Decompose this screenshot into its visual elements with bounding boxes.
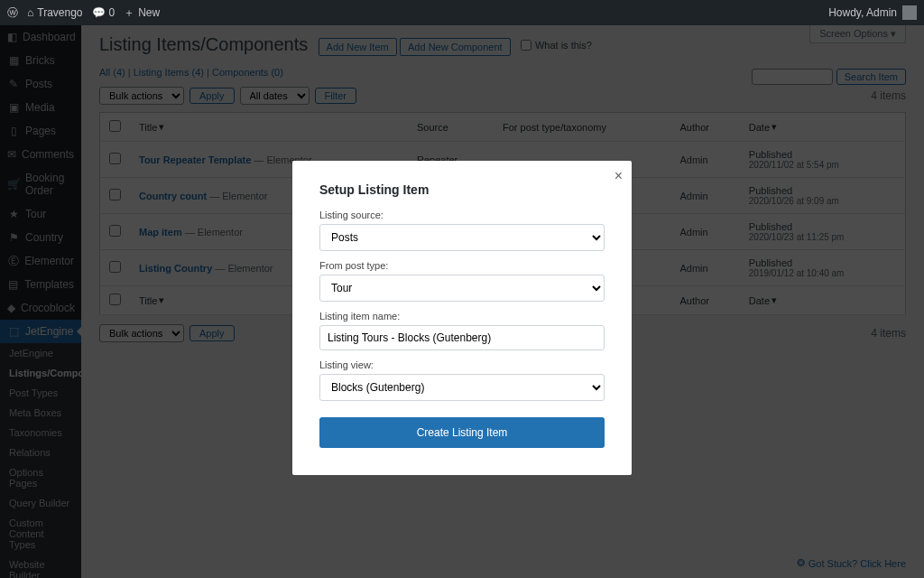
wp-logo[interactable]: ⓦ [7,5,18,21]
wordpress-icon: ⓦ [7,5,18,21]
item-name-label: Listing item name: [319,311,605,322]
new-content[interactable]: ＋New [124,5,160,21]
item-name-input[interactable] [319,325,605,350]
listing-source-select[interactable]: Posts [319,224,605,251]
listing-source-label: Listing source: [319,210,605,220]
howdy-text: Howdy, Admin [828,6,897,19]
modal-title: Setup Listing Item [319,182,605,197]
comments-bubble[interactable]: 💬0 [92,6,116,19]
close-button[interactable]: × [614,168,623,184]
admin-topbar: ⓦ ⌂Travengo 💬0 ＋New Howdy, Admin [0,0,924,25]
comment-icon: 💬 [92,6,106,19]
site-name[interactable]: ⌂Travengo [27,6,83,19]
modal-overlay[interactable]: × Setup Listing Item Listing source: Pos… [0,25,924,578]
setup-listing-modal: × Setup Listing Item Listing source: Pos… [292,161,632,475]
create-listing-button[interactable]: Create Listing Item [319,417,605,448]
plus-icon: ＋ [124,5,134,21]
account-menu[interactable]: Howdy, Admin [828,5,917,20]
home-icon: ⌂ [27,6,33,19]
listing-view-select[interactable]: Blocks (Gutenberg) [319,374,605,401]
listing-view-label: Listing view: [319,359,605,370]
avatar [902,5,917,20]
post-type-select[interactable]: Tour [319,275,605,302]
post-type-label: From post type: [319,260,605,271]
